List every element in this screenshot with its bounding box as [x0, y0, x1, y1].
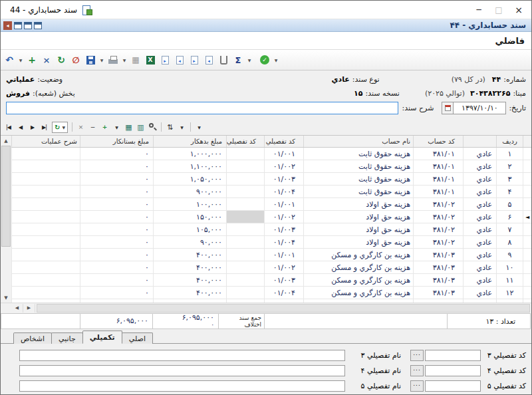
cell-row[interactable]: ۶ — [496, 211, 523, 223]
cell-account_name[interactable]: هزينه حق اولاد — [303, 211, 413, 223]
cell-detail2[interactable] — [226, 198, 264, 210]
cell-account_name[interactable]: هزينه بن كارگري و مسكن — [303, 274, 413, 286]
undo-button[interactable]: ↶ — [3, 53, 16, 67]
cell-detail1[interactable]: ۰۱/۰۰۴ — [264, 287, 303, 299]
cell-type[interactable]: عادي — [463, 148, 496, 160]
vertical-scroll-track[interactable] — [1, 146, 11, 293]
cell-credit[interactable]: ۰ — [80, 186, 153, 198]
layout-grid2-button[interactable]: ▥ — [135, 121, 146, 133]
detail-name-input[interactable] — [19, 380, 345, 392]
header-row[interactable]: رديف — [496, 136, 523, 147]
cell-debit[interactable]: ۴۰۰,۰۰۰ — [153, 287, 226, 299]
maximize-button[interactable]: □ — [489, 3, 509, 17]
detail-name-input[interactable] — [19, 350, 345, 361]
cell-row[interactable]: ۱۰ — [496, 261, 523, 273]
close-button[interactable]: × — [509, 3, 529, 17]
cell-detail2[interactable] — [226, 261, 264, 273]
sum-dropdown[interactable]: ▼ — [246, 53, 253, 67]
cell-credit[interactable]: ۰ — [80, 287, 153, 299]
calendar-button[interactable] — [442, 102, 453, 114]
browse-button[interactable]: ... — [410, 365, 424, 376]
cell-detail2[interactable] — [226, 173, 264, 185]
cell-account_name[interactable]: هزينه حق اولاد — [303, 236, 413, 248]
cell-debit[interactable]: ۱,۰۵۰,۰۰۰ — [153, 173, 226, 185]
cell-credit[interactable]: ۰ — [80, 173, 153, 185]
layout-grid-button[interactable]: ▦ — [123, 121, 134, 133]
delete-button[interactable]: × — [40, 53, 53, 67]
doc-prev-button[interactable]: ◂ — [202, 53, 215, 67]
cell-detail1[interactable]: ۰۱/۰۰۲ — [264, 160, 303, 172]
cell-desc[interactable] — [11, 211, 80, 223]
detail-name-input[interactable] — [19, 365, 345, 376]
header-type[interactable] — [463, 136, 496, 147]
scroll-right-button[interactable]: ▶ — [23, 304, 35, 313]
cell-account_name[interactable]: هزينه بن كارگري و مسكن — [303, 249, 413, 261]
horizontal-scrollbar[interactable]: ◀ ▶ — [11, 303, 531, 313]
cell-type[interactable]: عادي — [463, 223, 496, 235]
cell-account_name[interactable]: هزينه بن كارگري و مسكن — [303, 287, 413, 299]
delete-row-button[interactable]: × — [75, 121, 86, 133]
cell-detail1[interactable]: ۰۱/۰۰۱ — [264, 249, 303, 261]
sort-button[interactable]: ⇅ — [164, 121, 176, 133]
cell-debit[interactable]: ۹۰۰,۰۰۰ — [153, 186, 226, 198]
cell-detail1[interactable]: ۰۱/۰۰۴ — [264, 186, 303, 198]
prev-record-button[interactable]: ◀ — [15, 121, 26, 133]
header-credit[interactable]: مبلغ بستانكار — [80, 136, 153, 147]
cell-debit[interactable]: ۴۰۰,۰۰۰ — [153, 261, 226, 273]
cell-account_code[interactable]: ۳۸۱/۰۱ — [413, 148, 463, 160]
cell-detail1[interactable]: ۰۱/۰۰۳ — [264, 223, 303, 235]
cell-type[interactable]: عادي — [463, 186, 496, 198]
cell-debit[interactable]: ۱۰۰,۰۰۰ — [153, 198, 226, 210]
cell-debit[interactable]: ۹۰,۰۰۰ — [153, 236, 226, 248]
confirm-dropdown[interactable]: ▼ — [273, 53, 279, 67]
cell-account_name[interactable]: هزينه حقوق ثابت — [303, 173, 413, 185]
cell-credit[interactable]: ۰ — [80, 160, 153, 172]
cell-detail2[interactable] — [226, 236, 264, 248]
cell-type[interactable]: عادي — [463, 211, 496, 223]
scroll-up-button[interactable]: ▲ — [1, 136, 11, 146]
cell-detail1[interactable]: ۰۱/۰۰۲ — [264, 261, 303, 273]
description-input[interactable] — [6, 102, 398, 114]
cell-row[interactable]: ۱۱ — [496, 274, 523, 286]
cell-desc[interactable] — [11, 198, 80, 210]
exit-icon[interactable]: ◂ — [3, 21, 12, 30]
cell-type[interactable]: عادي — [463, 274, 496, 286]
detail-code-input[interactable] — [425, 350, 481, 361]
cell-row[interactable]: ۱ — [496, 148, 523, 160]
scroll-left-button[interactable]: ◀ — [11, 304, 23, 313]
cell-debit[interactable]: ۱,۰۰۰,۰۰۰ — [153, 148, 226, 160]
excel-export-button[interactable]: X — [144, 53, 157, 67]
cell-desc[interactable] — [11, 249, 80, 261]
header-account-name[interactable]: نام حساب — [303, 136, 413, 147]
cell-credit[interactable]: ۰ — [80, 198, 153, 210]
cell-account_code[interactable]: ۳۸۱/۰۱ — [413, 173, 463, 185]
cell-type[interactable]: عادي — [463, 261, 496, 273]
cell-row[interactable]: ۷ — [496, 223, 523, 235]
print-dropdown[interactable]: ▼ — [121, 53, 128, 67]
cell-detail2[interactable] — [226, 249, 264, 261]
cell-row[interactable]: ۹ — [496, 249, 523, 261]
columns-dropdown[interactable]: ▼ — [194, 121, 205, 133]
tab-item[interactable]: اشخاص — [13, 332, 52, 344]
cell-desc[interactable] — [11, 148, 80, 160]
view-combobox[interactable]: ↻ ▼ — [52, 122, 68, 133]
cell-credit[interactable]: ۰ — [80, 261, 153, 273]
window-restore-icon[interactable] — [34, 22, 42, 29]
cell-detail2[interactable] — [226, 223, 264, 235]
cell-detail1[interactable]: ۰۱/۰۰۱ — [264, 148, 303, 160]
cell-credit[interactable]: ۰ — [80, 211, 153, 223]
cell-account_code[interactable]: ۳۸۱/۰۱ — [413, 186, 463, 198]
cell-detail1[interactable]: ۰۱/۰۰۴ — [264, 236, 303, 248]
sort-dropdown[interactable]: ▼ — [176, 121, 188, 133]
refresh-button[interactable]: ↻ — [55, 53, 68, 67]
browse-button[interactable]: ... — [410, 380, 424, 392]
window-tile-icon[interactable] — [24, 22, 32, 29]
cell-detail1[interactable]: ۰۱/۰۰۲ — [264, 211, 303, 223]
cell-desc[interactable] — [11, 287, 80, 299]
cancel-button[interactable]: ∅ — [69, 53, 82, 67]
cell-desc[interactable] — [11, 274, 80, 286]
cell-account_code[interactable]: ۳۸۱/۰۳ — [413, 261, 463, 273]
header-account-code[interactable]: كد حساب — [413, 136, 463, 147]
cell-credit[interactable]: ۰ — [80, 236, 153, 248]
rows-dropdown[interactable]: ▼ — [111, 121, 122, 133]
